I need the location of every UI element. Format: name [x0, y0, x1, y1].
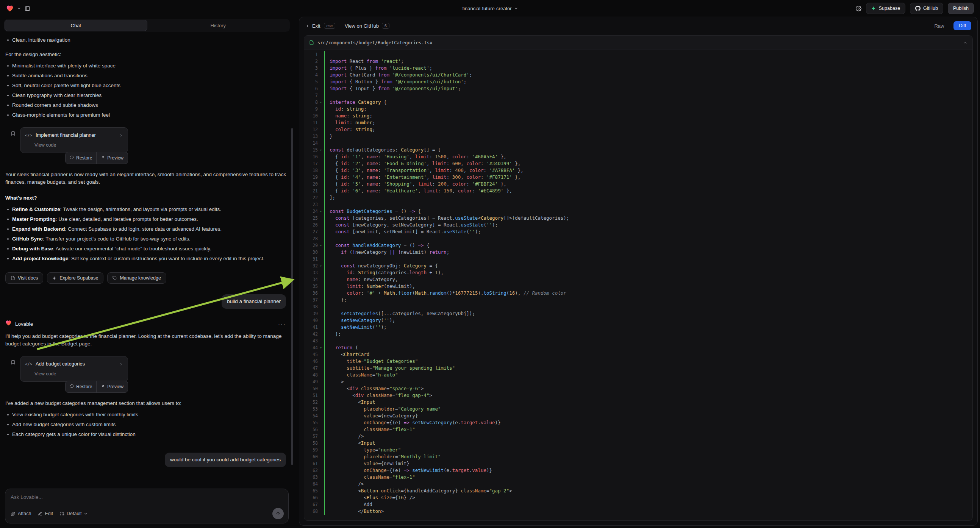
chevron-up-icon[interactable] — [963, 41, 967, 45]
code-line: 53 placeholder="Category name" — [304, 406, 972, 412]
lovable-logo-icon[interactable] — [6, 5, 14, 12]
logo-chevron-down-icon[interactable] — [18, 7, 21, 10]
code-line: 18 { id: '3', name: 'Transportation', li… — [304, 167, 972, 174]
restore-button[interactable]: Restore — [65, 381, 96, 393]
code-line: 58 <Input — [304, 440, 972, 447]
code-change-block: </> Add budget categories View code — [5, 356, 286, 393]
list-item: Expand with Backend: Connect Supabase to… — [5, 225, 286, 233]
code-change-card[interactable]: </> Add budget categories View code — [20, 356, 128, 382]
list-item: Clean, intuitive navigation — [5, 37, 286, 44]
paperclip-icon — [11, 511, 16, 516]
code-line: 59 type="number" — [304, 447, 972, 453]
code-line: 51 <div className="flex gap-4"> — [304, 392, 972, 399]
code-editor[interactable]: 12import React from 'react';3import { Pl… — [304, 50, 972, 520]
code-line: 9 id: string; — [304, 106, 972, 113]
code-line: 48 className="h-auto" — [304, 372, 972, 379]
code-line: 67 Add — [304, 501, 972, 508]
github-icon — [915, 6, 921, 11]
preview-button[interactable]: Preview — [96, 381, 128, 393]
code-line: 30 if (!newCategory || !newLimit) return… — [304, 249, 972, 256]
message-menu-icon[interactable]: ··· — [278, 320, 286, 328]
view-code-link[interactable]: View code — [35, 141, 123, 149]
lovable-heart-icon — [5, 320, 12, 328]
chat-scrollbar[interactable] — [291, 128, 293, 465]
supabase-icon — [871, 6, 876, 11]
list-item: Subtle animations and transitions — [5, 72, 286, 80]
code-icon: </> — [25, 360, 32, 368]
code-line: 1 — [304, 51, 972, 58]
view-on-github-button[interactable]: View on GitHub 6 — [345, 23, 390, 29]
supabase-icon — [52, 276, 57, 281]
sidebar-toggle-icon[interactable] — [25, 6, 30, 11]
tab-chat[interactable]: Chat — [5, 20, 147, 31]
view-code-link[interactable]: View code — [35, 370, 123, 378]
explore-supabase-button[interactable]: Explore Supabase — [47, 272, 103, 284]
assistant-header: Lovable ··· — [5, 320, 286, 328]
visit-docs-button[interactable]: Visit docs — [5, 272, 43, 284]
attach-button[interactable]: Attach — [11, 511, 31, 516]
code-line: 15▾const defaultCategories: Category[] =… — [304, 146, 972, 153]
mode-selector[interactable]: Default — [60, 511, 88, 516]
code-line: 24▾const BudgetCategories = () => { — [304, 208, 972, 215]
code-line: 4import ChartCard from '@/components/ui/… — [304, 72, 972, 78]
code-line: 41 setNewLimit(''); — [304, 324, 972, 331]
tab-history[interactable]: History — [147, 20, 290, 31]
quick-actions: Visit docs Explore Supabase Manage knowl… — [5, 272, 286, 284]
preview-button[interactable]: Preview — [96, 152, 128, 164]
top-bar: financial-future-creator Supabase GitHub… — [0, 0, 980, 17]
user-message: build a financial planner — [222, 294, 286, 309]
settings-gear-icon[interactable] — [856, 6, 861, 11]
bookmark-icon[interactable] — [11, 131, 16, 136]
code-line: 54 value={newCategory} — [304, 412, 972, 419]
file-path: src/components/budget/BudgetCategories.t… — [317, 40, 432, 45]
code-line: 65 <Button onClick={handleAddCategory} c… — [304, 487, 972, 494]
lovable-app: financial-future-creator Supabase GitHub… — [0, 0, 980, 528]
code-line: 43 — [304, 337, 972, 344]
project-switcher[interactable]: financial-future-creator — [462, 6, 517, 11]
raw-toggle-button[interactable]: Raw — [934, 23, 944, 29]
preview-icon — [101, 383, 105, 391]
send-button[interactable] — [272, 508, 284, 519]
code-line: 47 subtitle="Manage your spending limits… — [304, 365, 972, 372]
restore-icon — [70, 154, 74, 162]
code-line: 37 }; — [304, 297, 972, 304]
code-line: 31 — [304, 256, 972, 262]
restore-button[interactable]: Restore — [65, 152, 96, 164]
chevron-down-icon — [84, 512, 88, 515]
code-line: 23 — [304, 201, 972, 208]
file-header[interactable]: src/components/budget/BudgetCategories.t… — [304, 36, 972, 50]
list-item: Add project knowledge: Set key context o… — [5, 255, 286, 262]
code-line: 56 className="flex-1" — [304, 426, 972, 433]
card-title: Implement financial planner — [36, 132, 96, 139]
code-line: 8▾interface Category { — [304, 99, 972, 106]
card-toolbar: Restore Preview — [65, 381, 128, 393]
code-line: 6import { Input } from '@/components/ui/… — [304, 85, 972, 92]
restore-icon — [70, 383, 74, 391]
code-line: 28 — [304, 235, 972, 242]
bookmark-icon[interactable] — [11, 360, 16, 365]
code-line: 36 color: '#' + Math.floor(Math.random()… — [304, 290, 972, 297]
chat-input[interactable] — [11, 494, 284, 500]
code-view-header: Exit esc View on GitHub 6 Raw Diff — [299, 17, 977, 35]
chevron-right-icon — [119, 133, 123, 137]
code-line: 10 name: string; — [304, 113, 972, 119]
list-item: Clean typography with clear hierarchies — [5, 92, 286, 99]
list-item: Glass-morphic elements for a premium fee… — [5, 111, 286, 119]
code-line: 14 — [304, 140, 972, 146]
publish-button[interactable]: Publish — [948, 3, 974, 14]
list-item: Each category gets a unique color for vi… — [5, 431, 286, 438]
whats-next-heading: What's next? — [5, 194, 286, 202]
list-item: Soft, neutral color palette with light b… — [5, 82, 286, 89]
code-line: 44▾ return ( — [304, 344, 972, 351]
list-item: GitHub Sync: Transfer your project's cod… — [5, 235, 286, 243]
github-button[interactable]: GitHub — [910, 3, 943, 14]
diff-toggle-button[interactable]: Diff — [953, 21, 971, 30]
code-change-card[interactable]: </> Implement financial planner View cod… — [20, 127, 128, 153]
knowledge-tag-icon — [113, 276, 117, 280]
chevron-down-icon — [514, 7, 518, 10]
edit-mode-button[interactable]: Edit — [38, 511, 53, 516]
manage-knowledge-button[interactable]: Manage knowledge — [107, 272, 166, 284]
code-line: 35 limit: Number(newLimit), — [304, 283, 972, 290]
supabase-button[interactable]: Supabase — [866, 3, 905, 14]
exit-button[interactable]: Exit — [305, 23, 320, 29]
